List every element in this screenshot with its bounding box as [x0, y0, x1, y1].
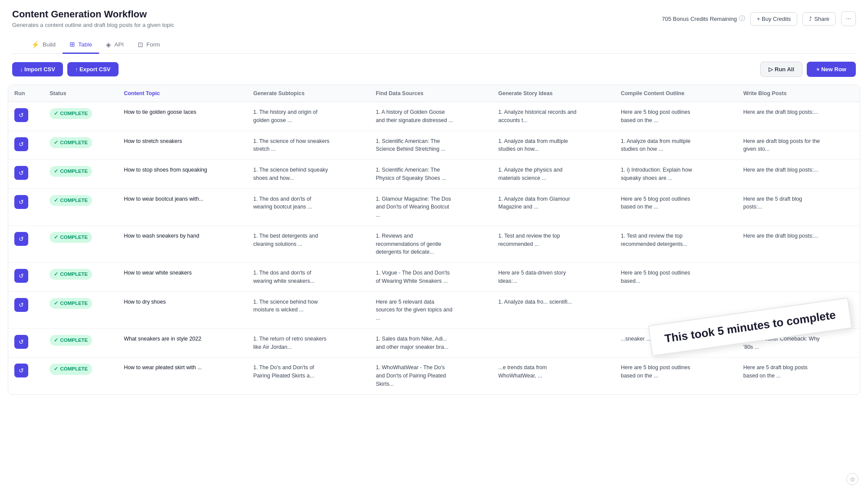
table-row: ↺✓COMPLETEHow to stop shoes from squeaki…: [8, 160, 860, 189]
tab-api[interactable]: ◈ API: [99, 36, 131, 54]
more-icon: ···: [845, 15, 851, 23]
run-button[interactable]: ↺: [14, 137, 28, 151]
check-icon: ✓: [54, 271, 58, 278]
col-generate-story-ideas: Generate Story Ideas: [492, 85, 615, 102]
status-badge: ✓COMPLETE: [50, 298, 92, 309]
table-body: ↺✓COMPLETEHow to tie golden goose laces1…: [8, 102, 860, 394]
toolbar: ↓ Import CSV ↑ Export CSV ▷ Run All + Ne…: [0, 54, 868, 85]
table-row: ↺✓COMPLETEHow to wear white sneakers1. T…: [8, 263, 860, 292]
cell-find-data-sources: 1. Sales data from Nike, Adi... and othe…: [370, 328, 492, 357]
app-subtitle: Generates a content outline and draft bl…: [12, 22, 174, 28]
table-row: ↺✓COMPLETEHow to wear pleated skirt with…: [8, 357, 860, 394]
cell-generate-subtopics: 1. The science of how sneakers stretch .…: [247, 131, 370, 160]
status-badge: ✓COMPLETE: [50, 195, 92, 206]
table-row: ↺✓COMPLETEHow to wear bootcut jeans with…: [8, 189, 860, 225]
import-csv-button[interactable]: ↓ Import CSV: [12, 62, 63, 76]
run-all-button[interactable]: ▷ Run All: [760, 62, 802, 77]
cell-find-data-sources: 1. Reviews and recommendations of gentle…: [370, 225, 492, 262]
col-generate-subtopics: Generate Subtopics: [247, 85, 370, 102]
app-title: Content Generation Workflow: [12, 9, 174, 20]
share-label: Share: [814, 16, 829, 22]
status-badge: ✓COMPLETE: [50, 364, 92, 374]
run-button[interactable]: ↺: [14, 269, 28, 283]
cell-write-blog-posts: [737, 263, 860, 292]
cell-content-topic: How to wear pleated skirt with ...: [118, 357, 247, 394]
credits-text: 705 Bonus Credits Remaining: [662, 16, 737, 22]
cell-write-blog-posts: Here are the 5 draft blog posts:...: [737, 189, 860, 225]
check-icon: ✓: [54, 337, 58, 344]
check-icon: ✓: [54, 300, 58, 307]
cell-generate-story-ideas: ...e trends data from WhoWhatWear, ...: [492, 357, 615, 394]
cell-compile-content-outline: Here are 5 blog post outlines based on t…: [615, 357, 737, 394]
cell-compile-content-outline: Here are 5 blog post outlines based on t…: [615, 189, 737, 225]
more-options-button[interactable]: ···: [841, 11, 856, 26]
nav-tabs: ⚡ Build ⊞ Table ◈ API ⊡ Form: [12, 36, 856, 54]
run-button[interactable]: ↺: [14, 335, 28, 349]
run-button[interactable]: ↺: [14, 166, 28, 180]
col-find-data-sources: Find Data Sources: [370, 85, 492, 102]
run-button[interactable]: ↺: [14, 298, 28, 312]
cell-compile-content-outline: 1. Analyze data from multiple studies on…: [615, 131, 737, 160]
col-status: Status: [43, 85, 118, 102]
cell-content-topic: How to tie golden goose laces: [118, 102, 247, 131]
tab-form-label: Form: [146, 41, 160, 48]
tab-build[interactable]: ⚡ Build: [24, 36, 63, 54]
cell-content-topic: How to wear white sneakers: [118, 263, 247, 292]
cell-content-topic: What sneakers are in style 2022: [118, 328, 247, 357]
cell-generate-story-ideas: 1. Analyze data from Glamour Magazine an…: [492, 189, 615, 225]
col-content-topic: Content Topic: [118, 85, 247, 102]
cell-generate-story-ideas: 1. Test and review the top recommended .…: [492, 225, 615, 262]
cell-find-data-sources: 1. WhoWhatWear - The Do's and Don'ts of …: [370, 357, 492, 394]
cell-write-blog-posts: Here are the draft blog posts:...: [737, 160, 860, 189]
table-header: Run Status Content Topic Generate Subtop…: [8, 85, 860, 102]
cell-compile-content-outline: 1. i) Introduction: Explain how squeaky …: [615, 160, 737, 189]
cell-generate-story-ideas: [492, 328, 615, 357]
run-button[interactable]: ↺: [14, 232, 28, 246]
status-badge: ✓COMPLETE: [50, 232, 92, 243]
new-row-label: + New Row: [816, 66, 846, 73]
info-icon[interactable]: ⓘ: [739, 15, 745, 23]
table-row: ↺✓COMPLETEHow to wash sneakers by hand1.…: [8, 225, 860, 262]
check-icon: ✓: [54, 365, 58, 373]
tab-table[interactable]: ⊞ Table: [63, 36, 99, 54]
tab-form[interactable]: ⊡ Form: [131, 36, 167, 54]
cell-generate-story-ideas: 1. Analyze the physics and materials sci…: [492, 160, 615, 189]
cell-generate-subtopics: 1. The Do's and Don'ts of Pairing Pleate…: [247, 357, 370, 394]
cell-write-blog-posts: Here are 5 draft blog posts based on the…: [737, 357, 860, 394]
status-badge: ✓COMPLETE: [50, 137, 92, 148]
cell-content-topic: How to wear bootcut jeans with...: [118, 189, 247, 225]
export-csv-button[interactable]: ↑ Export CSV: [67, 62, 119, 76]
cell-generate-subtopics: 1. The dos and don'ts of wearing bootcut…: [247, 189, 370, 225]
run-button[interactable]: ↺: [14, 195, 28, 209]
tab-api-label: API: [114, 41, 124, 48]
tab-build-label: Build: [43, 41, 56, 48]
cell-content-topic: How to wash sneakers by hand: [118, 225, 247, 262]
cell-generate-story-ideas: 1. Analyze data from multiple studies on…: [492, 131, 615, 160]
run-all-label: ▷ Run All: [769, 66, 794, 73]
data-table: Run Status Content Topic Generate Subtop…: [8, 85, 860, 394]
col-write-blog-posts: Write Blog Posts: [737, 85, 860, 102]
cell-content-topic: How to stop shoes from squeaking: [118, 160, 247, 189]
share-icon: ⤴: [809, 16, 812, 22]
share-button[interactable]: ⤴ Share: [802, 12, 836, 26]
cell-content-topic: How to dry shoes: [118, 291, 247, 328]
export-label: ↑ Export CSV: [75, 66, 111, 73]
check-icon: ✓: [54, 168, 58, 175]
col-compile-content-outline: Compile Content Outline: [615, 85, 737, 102]
new-row-button[interactable]: + New Row: [807, 62, 856, 77]
tab-table-label: Table: [78, 41, 92, 48]
cell-find-data-sources: 1. Scientific American: The Science Behi…: [370, 131, 492, 160]
run-button[interactable]: ↺: [14, 364, 28, 377]
cell-write-blog-posts: Here are the draft blog posts:...: [737, 102, 860, 131]
buy-credits-button[interactable]: + Buy Credits: [750, 12, 797, 26]
cell-generate-subtopics: 1. The science behind how moisture is wi…: [247, 291, 370, 328]
cell-generate-story-ideas: Here are 5 data-driven story ideas:...: [492, 263, 615, 292]
table-row: ↺✓COMPLETEHow to stretch sneakers1. The …: [8, 131, 860, 160]
data-table-container: Run Status Content Topic Generate Subtop…: [8, 85, 860, 395]
cell-generate-subtopics: 1. The return of retro sneakers like Air…: [247, 328, 370, 357]
run-button[interactable]: ↺: [14, 108, 28, 122]
cell-compile-content-outline: Here are 5 blog post outlines based on t…: [615, 102, 737, 131]
cell-compile-content-outline: Here are 5 blog post outlines based...: [615, 263, 737, 292]
cell-compile-content-outline: 1. Test and review the top recommended d…: [615, 225, 737, 262]
cell-find-data-sources: Here are 5 relevant data sources for the…: [370, 291, 492, 328]
